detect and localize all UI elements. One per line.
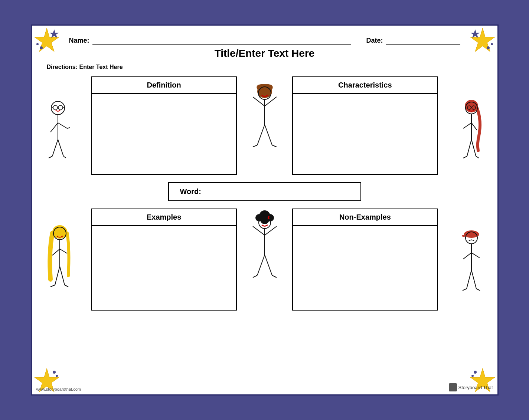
word-section: Word: [47, 182, 483, 201]
definition-group: Definition [91, 76, 237, 175]
svg-line-67 [265, 255, 272, 275]
definition-label: Definition [91, 76, 237, 94]
worksheet-page: Name: Date: Title/Enter Text Here Direct… [31, 24, 499, 396]
svg-line-65 [265, 226, 277, 235]
svg-point-3 [36, 43, 39, 45]
watermark-text: Storyboard That [458, 385, 493, 390]
svg-line-31 [253, 97, 265, 106]
examples-content [91, 225, 237, 311]
name-field [92, 37, 352, 45]
top-section: Definition [47, 76, 483, 175]
svg-marker-5 [470, 29, 480, 38]
characteristics-group: Characteristics [292, 76, 438, 175]
name-label: Name: [69, 37, 89, 45]
watermark: Storyboard That [449, 383, 493, 391]
svg-line-78 [471, 270, 476, 289]
header-row: Name: Date: [47, 37, 483, 45]
svg-line-52 [52, 249, 60, 255]
stick-figure-center-top [246, 84, 283, 167]
svg-line-47 [463, 156, 467, 158]
non-examples-label: Non-Examples [292, 209, 438, 226]
characteristics-label: Characteristics [292, 76, 438, 94]
svg-marker-4 [470, 28, 495, 52]
page-title: Title/Enter Text Here [47, 47, 483, 59]
date-field [386, 37, 460, 45]
non-examples-content [292, 225, 438, 311]
bottom-section: Examples [47, 209, 483, 311]
svg-line-44 [471, 123, 477, 130]
svg-line-68 [253, 275, 257, 278]
svg-line-27 [67, 128, 70, 128]
svg-rect-72 [462, 235, 465, 237]
examples-group: Examples [91, 209, 237, 311]
corner-decoration-top-right [470, 27, 496, 53]
svg-line-48 [476, 156, 479, 158]
svg-line-23 [52, 140, 58, 156]
svg-point-12 [474, 371, 477, 374]
svg-line-45 [467, 140, 471, 156]
svg-line-24 [58, 140, 63, 156]
svg-marker-0 [35, 28, 59, 52]
svg-marker-1 [49, 29, 59, 38]
svg-line-66 [257, 255, 265, 275]
svg-line-64 [253, 226, 265, 235]
svg-point-2 [40, 46, 43, 49]
svg-line-54 [55, 266, 60, 285]
svg-point-9 [53, 371, 56, 374]
stick-figure-red-braid [457, 99, 486, 174]
svg-point-10 [56, 375, 58, 377]
svg-line-75 [463, 253, 471, 259]
word-box: Word: [168, 182, 361, 201]
svg-point-7 [491, 43, 493, 45]
svg-line-56 [50, 285, 55, 287]
stick-figure-yellow-hair [43, 224, 76, 307]
characteristics-content [292, 93, 438, 175]
corner-decoration-top-left [34, 27, 60, 53]
directions-text: Directions: Enter Text Here [47, 64, 483, 70]
svg-line-46 [471, 140, 476, 156]
non-examples-group: Non-Examples [292, 209, 438, 311]
svg-line-25 [49, 156, 52, 158]
svg-line-57 [65, 285, 68, 287]
svg-line-26 [63, 156, 66, 158]
stick-figure-red-cap [457, 227, 486, 311]
website-url: www.storyboardthat.com [36, 387, 81, 391]
date-label: Date: [366, 37, 383, 45]
svg-line-35 [253, 145, 257, 147]
svg-line-33 [257, 125, 265, 145]
svg-line-76 [471, 253, 480, 258]
svg-line-77 [467, 270, 471, 289]
examples-label: Examples [91, 209, 237, 226]
svg-line-80 [476, 289, 480, 291]
svg-line-79 [463, 289, 467, 291]
svg-point-6 [487, 46, 490, 49]
svg-point-15 [53, 105, 58, 110]
svg-line-53 [60, 249, 67, 253]
svg-line-55 [60, 266, 65, 285]
stick-figure-center-bottom [246, 212, 283, 299]
svg-line-32 [265, 97, 277, 106]
word-label: Word: [180, 187, 201, 196]
svg-line-43 [463, 123, 471, 128]
stick-figure-glasses [43, 99, 73, 174]
svg-line-34 [265, 125, 272, 145]
svg-line-36 [272, 145, 277, 147]
watermark-logo [449, 383, 457, 391]
svg-point-16 [58, 105, 63, 110]
svg-line-21 [58, 123, 67, 128]
svg-line-22 [50, 123, 58, 132]
definition-content [91, 93, 237, 175]
svg-point-13 [471, 375, 474, 377]
svg-line-69 [272, 275, 277, 278]
